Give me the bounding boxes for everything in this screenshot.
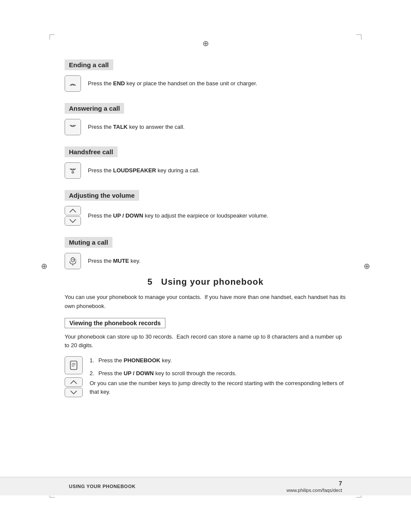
crosshair-left: ⊕ (41, 261, 47, 271)
crosshair-top: ⊕ (202, 39, 209, 48)
svg-rect-4 (72, 168, 72, 170)
phonebook-steps-list: 1. Press the PHONEBOOK key. 2. Press the… (90, 356, 346, 400)
crosshair-right: ⊕ (364, 261, 370, 271)
footer-right: 7 www.philips.com/faqs/dect (286, 480, 342, 493)
heading-ending-call: Ending a call (65, 59, 113, 70)
row-adjusting-volume: Press the UP / DOWN key to adjust the ea… (65, 206, 346, 226)
svg-rect-2 (72, 125, 72, 127)
phonebook-step-icons (65, 356, 83, 397)
footer-url: www.philips.com/faqs/dect (286, 488, 342, 493)
svg-text:MIC: MIC (72, 258, 77, 261)
heading-muting-call: Muting a call (65, 237, 112, 248)
phonebook-down-key (65, 388, 83, 397)
heading-phonebook-records: Viewing the phonebook records (65, 318, 165, 328)
text-answering-call: Press the TALK key to answer the call. (88, 123, 184, 131)
text-ending-call: Press the END key or place the handset o… (88, 79, 257, 88)
svg-rect-3 (73, 125, 74, 127)
down-key (65, 216, 81, 226)
phonebook-up-key (65, 377, 83, 387)
row-handsfree-call: Press the LOUDSPEAKER key during a call. (65, 162, 346, 179)
text-adjusting-volume: Press the UP / DOWN key to adjust the ea… (88, 212, 268, 220)
section-muting-call: Muting a call MIC Press the MUTE key. (65, 233, 346, 269)
phonebook-steps: 1. Press the PHONEBOOK key. 2. Press the… (65, 356, 346, 400)
step-2-text: Press the UP / DOWN key to scroll throug… (98, 370, 237, 376)
corner-mark-tl (50, 34, 55, 40)
row-answering-call: Press the TALK key to answer the call. (65, 119, 346, 135)
page: ⊕ ⊕ ⊕ ⊕ Ending a call Press the END key … (0, 0, 411, 532)
chapter-intro: You can use your phonebook to manage you… (65, 293, 346, 311)
corner-mark-tr (356, 34, 361, 40)
row-ending-call: Press the END key or place the handset o… (65, 75, 346, 92)
heading-adjusting-volume: Adjusting the volume (65, 190, 139, 201)
footer-label: USING YOUR PHONEBOOK (69, 484, 136, 489)
svg-rect-1 (73, 84, 74, 86)
row-muting-call: MIC Press the MUTE key. (65, 253, 346, 269)
step-2-sub: Or you can use the number keys to jump d… (90, 379, 346, 396)
end-key-icon (65, 75, 81, 92)
phonebook-key-icon (65, 356, 83, 374)
section-ending-call: Ending a call Press the END key or place… (65, 56, 346, 92)
content-area: Ending a call Press the END key or place… (65, 56, 346, 476)
text-handsfree-call: Press the LOUDSPEAKER key during a call. (88, 166, 199, 175)
phonebook-desc: Your phonebook can store up to 30 record… (65, 333, 346, 351)
svg-rect-10 (70, 361, 77, 370)
mute-key-icon: MIC (65, 253, 81, 269)
svg-point-6 (72, 171, 74, 173)
step-2-num: 2. (90, 370, 94, 376)
updown-key-icon (65, 206, 81, 226)
loudspeaker-key-icon (65, 162, 81, 179)
up-key (65, 206, 81, 215)
heading-handsfree-call: Handsfree call (65, 146, 118, 157)
phonebook-updown-icon (65, 377, 83, 397)
svg-rect-0 (72, 84, 72, 86)
heading-answering-call: Answering a call (65, 103, 124, 114)
talk-key-icon (65, 119, 81, 135)
text-muting-call: Press the MUTE key. (88, 257, 140, 265)
step-2: 2. Press the UP / DOWN key to scroll thr… (90, 369, 346, 396)
section-adjusting-volume: Adjusting the volume Press the UP / DOWN (65, 187, 346, 226)
step-1: 1. Press the PHONEBOOK key. (90, 356, 346, 365)
svg-rect-5 (73, 168, 74, 170)
chapter-heading: 5 Using your phonebook (65, 277, 346, 287)
step-1-text: Press the PHONEBOOK key. (98, 357, 171, 364)
section-phonebook-records: Viewing the phonebook records Your phone… (65, 318, 346, 401)
section-handsfree-call: Handsfree call Press the LOUDSPEAKER key… (65, 143, 346, 179)
section-answering-call: Answering a call Press the TALK key to a… (65, 100, 346, 135)
footer: USING YOUR PHONEBOOK 7 www.philips.com/f… (0, 477, 411, 495)
footer-page-number: 7 (339, 480, 342, 487)
step-1-num: 1. (90, 357, 94, 364)
